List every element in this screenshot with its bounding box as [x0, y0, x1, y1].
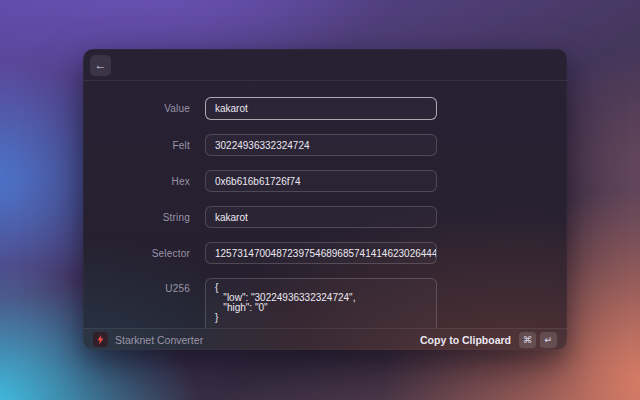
felt-input[interactable]: 30224936332324724	[205, 134, 437, 156]
hex-input[interactable]: 0x6b616b61726f74	[205, 170, 437, 192]
lightning-icon	[93, 332, 108, 347]
form-row-string: String kakarot	[83, 206, 567, 228]
value-input[interactable]: kakarot	[205, 97, 437, 120]
window-header: ←	[83, 49, 567, 81]
hex-label: Hex	[83, 176, 190, 187]
form-row-hex: Hex 0x6b616b61726f74	[83, 170, 567, 192]
arrow-left-icon: ←	[95, 58, 107, 72]
selector-label: Selector	[83, 248, 190, 259]
action-bar: Starknet Converter Copy to Clipboard ⌘ ↵	[83, 328, 567, 350]
form-row-value: Value kakarot	[83, 97, 567, 120]
form-row-selector: Selector 1257314700487239754689685741414…	[83, 242, 567, 264]
form-body: Value kakarot Felt 30224936332324724 Hex…	[83, 81, 567, 328]
primary-action-group[interactable]: Copy to Clipboard ⌘ ↵	[420, 332, 557, 348]
u256-label: U256	[83, 278, 190, 294]
selector-input[interactable]: 1257314700487239754689685741414623026444…	[205, 242, 437, 264]
back-button[interactable]: ←	[90, 55, 111, 76]
command-key-icon: ⌘	[519, 332, 536, 348]
value-label: Value	[83, 103, 190, 114]
felt-label: Felt	[83, 140, 190, 151]
return-key-icon: ↵	[540, 332, 557, 348]
form-row-u256: U256 { "low": "30224936332324724", "high…	[83, 278, 567, 328]
string-input[interactable]: kakarot	[205, 206, 437, 228]
copy-to-clipboard-button[interactable]: Copy to Clipboard	[420, 334, 511, 346]
starknet-converter-window: ← Value kakarot Felt 30224936332324724 H…	[83, 49, 567, 350]
app-title: Starknet Converter	[115, 334, 203, 346]
u256-textarea[interactable]: { "low": "30224936332324724", "high": "0…	[205, 278, 437, 328]
desktop-background: { "window": { "header": { "back_icon": "…	[0, 0, 640, 400]
string-label: String	[83, 212, 190, 223]
form-row-felt: Felt 30224936332324724	[83, 134, 567, 156]
